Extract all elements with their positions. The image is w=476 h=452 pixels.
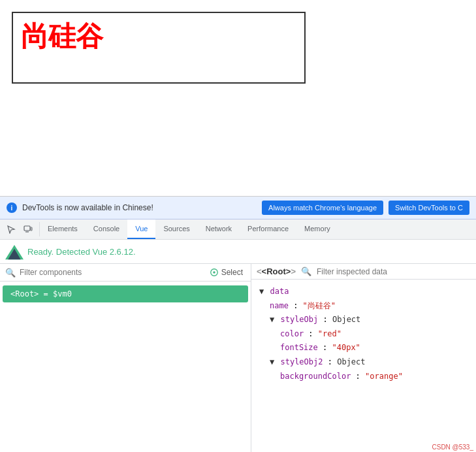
- select-label: Select: [221, 268, 243, 277]
- switch-devtools-language-button[interactable]: Switch DevTools to C: [389, 201, 469, 215]
- right-panel-header: <<Root>> 🔍: [251, 264, 476, 280]
- tab-memory[interactable]: Memory: [296, 219, 338, 239]
- tab-network[interactable]: Network: [198, 219, 240, 239]
- select-cursor-icon: [210, 268, 219, 277]
- info-message: DevTools is now available in Chinese!: [22, 203, 257, 212]
- name-key: name: [270, 301, 289, 310]
- info-bar: i DevTools is now available in Chinese! …: [0, 197, 476, 219]
- styleobj-section: ▼ styleObj : Object: [270, 313, 468, 327]
- vue-logo-icon: [5, 242, 24, 261]
- chinese-heading: 尚硅谷: [21, 18, 103, 55]
- devtools-main: 🔍 Select <Root> = $vm0: [0, 264, 476, 452]
- tab-console[interactable]: Console: [86, 219, 127, 239]
- fontsize-key: fontSize: [280, 343, 318, 352]
- fontsize-value: "40px": [332, 343, 360, 352]
- data-expand-arrow[interactable]: ▼: [259, 287, 264, 296]
- backgroundcolor-row: backgroundColor : "orange": [280, 370, 468, 384]
- filter-components-input[interactable]: [20, 268, 203, 277]
- devtools-tabs-bar: Elements Console Vue Sources Network Per…: [0, 219, 476, 240]
- search-icon-right: 🔍: [301, 266, 311, 276]
- component-tree: <Root> = $vm0: [0, 282, 251, 452]
- data-key: data: [270, 287, 289, 296]
- color-key: color: [280, 329, 304, 338]
- svg-rect-0: [24, 226, 30, 231]
- tab-sources[interactable]: Sources: [155, 219, 197, 239]
- right-filter: [317, 267, 471, 276]
- styleobj2-expand-arrow[interactable]: ▼: [270, 357, 274, 366]
- styleobj-key: styleObj: [280, 315, 318, 324]
- right-panel: <<Root>> 🔍 ▼ data name :: [251, 264, 476, 452]
- data-section: ▼ data: [259, 285, 468, 299]
- cursor-icon[interactable]: [4, 222, 18, 236]
- tab-vue[interactable]: Vue: [127, 219, 155, 239]
- name-row: name : "尚硅谷": [270, 299, 468, 314]
- root-component-item[interactable]: <Root> = $vm0: [3, 285, 248, 302]
- data-tree: ▼ data name : "尚硅谷" ▼ styleObj :: [251, 280, 476, 452]
- vue-toolbar: Ready. Detected Vue 2.6.12.: [0, 240, 476, 264]
- select-button[interactable]: Select: [207, 266, 246, 278]
- styleobj2-section: ▼ styleObj2 : Object: [270, 355, 468, 370]
- filter-inspected-input[interactable]: [317, 267, 471, 276]
- left-panel: 🔍 Select <Root> = $vm0: [0, 264, 251, 452]
- color-row: color : "red": [280, 327, 468, 342]
- chinese-text-box: 尚硅谷: [12, 12, 306, 84]
- root-badge: <<Root>>: [257, 266, 296, 276]
- tab-performance[interactable]: Performance: [240, 219, 296, 239]
- filter-bar: 🔍 Select: [0, 264, 251, 282]
- watermark: CSDN @533_: [432, 444, 473, 451]
- search-icon: 🔍: [5, 268, 16, 278]
- data-children: name : "尚硅谷" ▼ styleObj : Object: [270, 299, 468, 384]
- backgroundcolor-key: backgroundColor: [280, 372, 351, 381]
- browser-content: 尚硅谷: [0, 0, 476, 196]
- vue-ready-message: Ready. Detected Vue 2.6.12.: [27, 247, 136, 257]
- styleobj2-children: backgroundColor : "orange": [280, 370, 468, 384]
- tab-elements[interactable]: Elements: [40, 219, 86, 239]
- styleobj-type: Object: [332, 315, 360, 324]
- styleobj2-key: styleObj2: [280, 357, 323, 366]
- styleobj-children: color : "red" fontSize : "40px": [280, 327, 468, 355]
- svg-point-6: [213, 271, 215, 274]
- always-match-language-button[interactable]: Always match Chrome's language: [262, 201, 383, 215]
- color-value: "red": [318, 329, 341, 338]
- styleobj2-type: Object: [337, 357, 365, 366]
- backgroundcolor-value: "orange": [365, 372, 403, 381]
- devtools-panel: i DevTools is now available in Chinese! …: [0, 196, 476, 452]
- tab-icon-group: [0, 222, 40, 236]
- styleobj-expand-arrow[interactable]: ▼: [270, 315, 274, 324]
- svg-rect-1: [31, 227, 32, 231]
- device-icon[interactable]: [21, 222, 35, 236]
- info-icon: i: [7, 202, 17, 213]
- fontsize-row: fontSize : "40px": [280, 341, 468, 355]
- name-value: "尚硅谷": [303, 301, 336, 310]
